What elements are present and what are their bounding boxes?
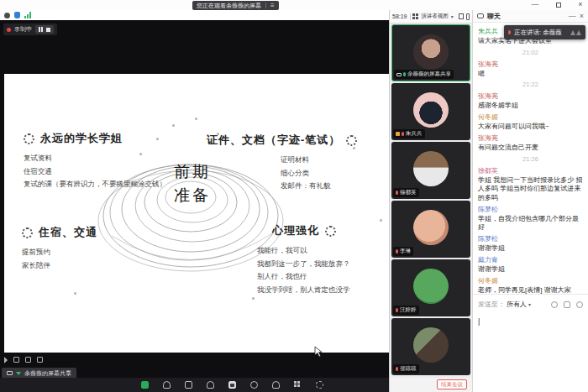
sender-name: 何冬媚 bbox=[478, 276, 583, 286]
video-tile[interactable]: 朱兵兵 bbox=[391, 83, 470, 140]
chat-message-list[interactable]: 朱兵兵 请大家实名下进大会议室 21:02 张海亮 嗯 21:22 张海亮 感谢… bbox=[473, 24, 588, 294]
sender-name: 陈梦松 bbox=[478, 234, 583, 244]
chat-message: 陈梦松 谢谢学姐 bbox=[478, 234, 583, 253]
video-panel-header: 58:19 演讲者视图 ▾ bbox=[390, 10, 472, 24]
mention-icon[interactable] bbox=[576, 301, 583, 308]
message-text: 学姐 我想问一下当时报录比多少 招人多吗 学姐当时你们那边复试进来的多吗 bbox=[478, 176, 583, 203]
sender-name: 戴力青 bbox=[478, 255, 583, 265]
chat-header: 聊天 — × bbox=[473, 10, 588, 23]
device-icon[interactable] bbox=[466, 13, 470, 20]
video-tile[interactable]: 徐都英 bbox=[391, 142, 470, 199]
section-item: 发邮件：有礼貌 bbox=[281, 180, 358, 193]
meeting-toolbar bbox=[0, 378, 389, 392]
settings-button[interactable] bbox=[316, 381, 323, 389]
chevron-down-icon[interactable]: ▾ bbox=[451, 13, 454, 19]
mic-muted-icon bbox=[396, 249, 398, 253]
hand-raised-icon bbox=[396, 132, 400, 136]
video-tile-presenter[interactable]: 余薇薇的屏幕共享 bbox=[391, 24, 470, 81]
section-item: 证明材料 bbox=[281, 154, 358, 167]
slide-section-mindset: 心理强化 我能行，我可以 我都到这一步了，我能放弃？ 别人行，我也行 我没学到嗐… bbox=[250, 223, 389, 296]
speaking-mic-icon bbox=[508, 30, 511, 34]
layout-grid-icon[interactable] bbox=[412, 13, 418, 19]
meeting-security-icon[interactable] bbox=[14, 12, 20, 18]
window-maximize-button[interactable] bbox=[556, 3, 561, 8]
end-meeting-button[interactable]: 结束会议 bbox=[437, 379, 467, 389]
avatar bbox=[413, 269, 449, 304]
avatar bbox=[413, 210, 449, 245]
video-tile[interactable]: 张琼琼 bbox=[391, 318, 470, 375]
video-tile[interactable]: 李琳 bbox=[391, 201, 470, 258]
chat-close-button[interactable]: × bbox=[580, 10, 584, 23]
recording-dot-icon bbox=[7, 28, 11, 32]
mic-muted-icon bbox=[402, 132, 404, 136]
mouse-cursor bbox=[314, 346, 323, 361]
menu-icon[interactable]: ≡ bbox=[270, 1, 275, 10]
watching-screen-banner[interactable]: 您正在观看余薇薇的屏幕 ≡ bbox=[192, 1, 279, 10]
mic-muted-icon bbox=[396, 191, 398, 195]
message-text: 老师，同学再见[表情] 谢谢大家 bbox=[478, 286, 583, 294]
recording-label: 录制中 bbox=[14, 25, 32, 34]
chat-button[interactable] bbox=[228, 381, 236, 389]
avatar bbox=[413, 151, 449, 186]
watching-screen-label: 您正在观看余薇薇的屏幕 bbox=[197, 1, 261, 10]
pencil-icon[interactable] bbox=[13, 357, 19, 363]
section-item: 别人行，我也行 bbox=[257, 270, 389, 284]
audio-button[interactable] bbox=[163, 381, 171, 389]
slide-edge bbox=[0, 74, 4, 353]
video-button[interactable] bbox=[185, 381, 192, 389]
record-button[interactable] bbox=[250, 381, 258, 389]
timestamp: 21:02 bbox=[478, 49, 583, 56]
chat-message: 戴力青 谢谢学姐 bbox=[478, 255, 583, 274]
meeting-statusbar bbox=[0, 10, 389, 20]
decor-dot bbox=[252, 297, 255, 300]
sender-name: 张海亮 bbox=[478, 133, 583, 144]
decor-dot bbox=[380, 219, 382, 222]
emoji-icon[interactable] bbox=[551, 301, 558, 308]
mandala-icon bbox=[22, 227, 33, 238]
stop-recording-button[interactable] bbox=[46, 28, 50, 32]
view-mode-button[interactable]: 演讲者视图 bbox=[421, 13, 449, 20]
network-signal-icon[interactable] bbox=[24, 12, 31, 18]
whiteboard-icon[interactable] bbox=[25, 357, 31, 363]
send-to-label: 发送至： bbox=[478, 300, 505, 309]
screen-share-status-pill[interactable]: 余薇薇的屏幕共享 bbox=[2, 368, 76, 378]
decor-dot bbox=[195, 118, 197, 120]
fullscreen-icon[interactable] bbox=[459, 13, 464, 19]
chat-text-cursor[interactable]: | bbox=[478, 317, 583, 326]
meeting-info-icon[interactable] bbox=[4, 13, 10, 18]
chat-panel: 聊天 — × 朱兵兵 请大家实名下进大会议室 21:02 张海亮 嗯 21:22… bbox=[472, 10, 588, 392]
window-close-button[interactable]: × bbox=[575, 0, 586, 9]
avatar bbox=[413, 327, 449, 363]
pointer-icon[interactable] bbox=[4, 357, 8, 363]
mandala-icon bbox=[24, 133, 34, 144]
section-item: 我能行，我可以 bbox=[257, 244, 389, 258]
decor-dot bbox=[74, 292, 76, 295]
mic-muted-icon bbox=[396, 367, 398, 371]
invite-button[interactable] bbox=[207, 381, 214, 389]
video-tile[interactable]: 汪婷婷 bbox=[391, 259, 470, 316]
pause-recording-button[interactable] bbox=[39, 27, 43, 32]
participant-name-label: 李琳 bbox=[393, 247, 413, 256]
send-to-selector[interactable]: 所有人 bbox=[507, 300, 527, 309]
sender-name: 陈梦松 bbox=[478, 205, 583, 215]
chat-input-area[interactable]: 发送至： 所有人 ▾ | bbox=[473, 294, 588, 392]
monitor-icon bbox=[7, 371, 13, 375]
message-text: 感谢冬媚学姐 bbox=[478, 102, 583, 111]
chevron-down-icon[interactable]: ▾ bbox=[528, 301, 531, 307]
message-text: 谢谢学姐 bbox=[478, 265, 583, 274]
apps-button[interactable] bbox=[294, 381, 302, 389]
window-minimize-button[interactable]: — bbox=[529, 0, 541, 9]
members-button[interactable] bbox=[272, 381, 280, 389]
meeting-timer: 58:19 bbox=[392, 13, 407, 19]
section-item: 家长陪伴 bbox=[22, 259, 156, 273]
screen-share-button[interactable] bbox=[141, 381, 149, 389]
sender-name: 张海亮 bbox=[478, 60, 583, 70]
chat-minimize-button[interactable]: — bbox=[569, 10, 576, 23]
chat-title: 聊天 bbox=[487, 12, 501, 21]
arrow-icon[interactable] bbox=[37, 357, 43, 363]
screenshot-icon[interactable] bbox=[564, 301, 570, 308]
participant-name-label: 朱兵兵 bbox=[393, 129, 425, 139]
chat-message: 徐都英 学姐 我想问一下当时报录比多少 招人多吗 学姐当时你们那边复试进来的多吗 bbox=[478, 166, 583, 203]
sender-name: 张海亮 bbox=[478, 91, 583, 102]
mandala-icon bbox=[325, 226, 336, 237]
